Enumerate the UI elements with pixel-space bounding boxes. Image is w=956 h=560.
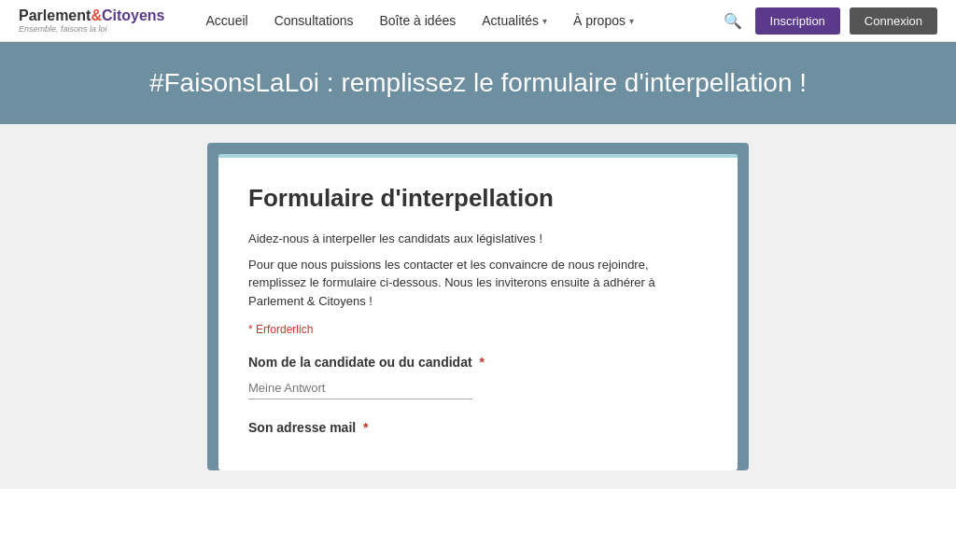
required-asterisk: * — [479, 355, 484, 370]
hero-banner: #FaisonsLaLoi : remplissez le formulaire… — [0, 42, 956, 124]
connexion-button[interactable]: Connexion — [850, 7, 937, 35]
nav-links: Accueil Consultations Boîte à idées Actu… — [193, 0, 720, 42]
candidate-name-input[interactable] — [248, 377, 472, 399]
search-icon[interactable]: 🔍 — [720, 8, 746, 34]
logo-citoyens: Citoyens — [102, 7, 165, 23]
form-card-outer: Formulaire d'interpellation Aidez-nous à… — [207, 143, 749, 470]
form-title: Formulaire d'interpellation — [248, 184, 708, 213]
form-description-2: Pour que nous puissions les contacter et… — [248, 256, 708, 311]
form-card: Formulaire d'interpellation Aidez-nous à… — [218, 154, 738, 470]
nav-actualites[interactable]: Actualités ▾ — [469, 0, 560, 42]
logo-parlement: Parlement — [19, 7, 91, 23]
navbar: Parlement&Citoyens Ensemble, faisons la … — [0, 0, 956, 42]
nav-consultations[interactable]: Consultations — [261, 0, 367, 42]
logo-subtitle: Ensemble, faisons la loi — [19, 24, 165, 34]
field-email: Son adresse mail * — [248, 420, 708, 435]
nav-actions: 🔍 Inscription Connexion — [720, 7, 937, 35]
main-content: Formulaire d'interpellation Aidez-nous à… — [0, 124, 956, 489]
field-candidate-name-label: Nom de la candidate ou du candidat * — [248, 355, 708, 370]
hero-title: #FaisonsLaLoi : remplissez le formulaire… — [19, 68, 937, 98]
required-note: * Erforderlich — [248, 323, 708, 336]
required-asterisk-2: * — [363, 420, 368, 435]
logo-ampersand: & — [91, 7, 102, 23]
chevron-down-icon: ▾ — [629, 16, 634, 26]
logo[interactable]: Parlement&Citoyens Ensemble, faisons la … — [19, 7, 165, 34]
nav-accueil[interactable]: Accueil — [193, 0, 261, 42]
nav-boite-a-idees[interactable]: Boîte à idées — [366, 0, 469, 42]
nav-a-propos[interactable]: À propos ▾ — [560, 0, 647, 42]
field-candidate-name: Nom de la candidate ou du candidat * — [248, 355, 708, 399]
chevron-down-icon: ▾ — [542, 16, 547, 26]
form-description-1: Aidez-nous à interpeller les candidats a… — [248, 230, 708, 248]
inscription-button[interactable]: Inscription — [755, 7, 840, 35]
field-email-label: Son adresse mail * — [248, 420, 708, 435]
